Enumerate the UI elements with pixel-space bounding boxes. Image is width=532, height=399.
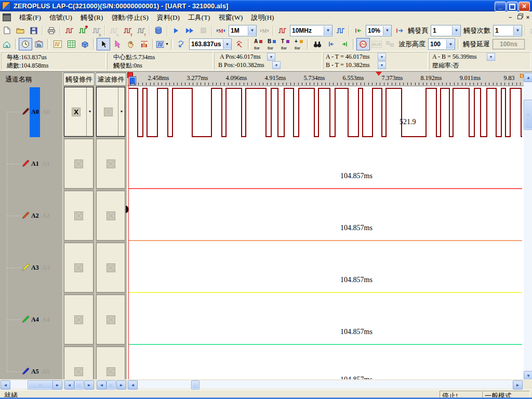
waveform-scroll-right[interactable]: ► bbox=[513, 380, 523, 390]
filter-dropdown-icon[interactable]: ▼ bbox=[118, 87, 125, 136]
time-per-div-combo[interactable]: 163.837us▼ bbox=[189, 38, 232, 50]
dont-care-icon[interactable] bbox=[107, 367, 115, 376]
a-bar-set-button[interactable]: ABar bbox=[251, 38, 265, 50]
filter-scroll-thumb[interactable]: || bbox=[107, 380, 116, 390]
dont-care-icon[interactable] bbox=[74, 211, 83, 220]
channel-row-A5[interactable]: A5A5 bbox=[0, 345, 62, 379]
menu-item-7[interactable]: 說明(H) bbox=[247, 11, 278, 24]
internal-clock-button[interactable] bbox=[275, 24, 289, 37]
filter-cell-A2[interactable] bbox=[96, 190, 126, 242]
time-per-div-dropdown-icon[interactable]: ▼ bbox=[223, 39, 231, 49]
maximize-button[interactable] bbox=[507, 2, 518, 11]
filter-hscrollbar[interactable]: ◄ || ► bbox=[97, 380, 126, 389]
trigger-page-dropdown-icon[interactable]: ▼ bbox=[452, 26, 460, 35]
goto-trigger-button[interactable] bbox=[393, 24, 406, 37]
mdi-close-button[interactable]: × bbox=[524, 14, 532, 21]
goto-next-edge-button[interactable] bbox=[338, 38, 351, 50]
channel-row-A3[interactable]: A3A3 bbox=[0, 242, 62, 294]
navigator-window-button[interactable] bbox=[78, 38, 91, 50]
trigger-cell-A4[interactable] bbox=[63, 294, 95, 345]
t-bar-set-button[interactable]: TBar bbox=[278, 38, 292, 50]
channel-pen-icon[interactable] bbox=[22, 263, 30, 273]
sampling-setup-button[interactable] bbox=[62, 24, 76, 37]
menu-item-6[interactable]: 視窗(W) bbox=[214, 11, 247, 24]
waveform-hscrollbar[interactable]: ◄ ► bbox=[128, 380, 523, 389]
zoom-to-fit-button[interactable] bbox=[175, 38, 188, 50]
width-trigger-button[interactable]: T bbox=[134, 24, 148, 37]
new-file-button[interactable] bbox=[0, 24, 14, 37]
listing-window-button[interactable] bbox=[64, 38, 78, 50]
hand-tool-button[interactable] bbox=[124, 38, 137, 50]
waveform-scroll-left[interactable]: ◄ bbox=[128, 380, 138, 390]
dont-care-icon[interactable] bbox=[74, 263, 83, 272]
filter-property-button[interactable]: E bbox=[89, 24, 103, 37]
waveform-window-button[interactable] bbox=[51, 38, 64, 50]
pointer-tool-button[interactable] bbox=[97, 38, 110, 50]
trigger-scroll-right[interactable]: ► bbox=[84, 380, 94, 390]
filter-cell-A0[interactable]: ▼ bbox=[96, 86, 126, 138]
names-scroll-left[interactable]: ◄ bbox=[1, 380, 10, 390]
trigger-scroll-left[interactable]: ◄ bbox=[64, 380, 74, 390]
menu-item-4[interactable]: 資料(D) bbox=[153, 11, 184, 24]
b-pos-dropdown[interactable]: ▼ bbox=[272, 61, 281, 69]
goto-prev-edge-button[interactable] bbox=[324, 38, 338, 50]
jump-to-trigger-button[interactable] bbox=[233, 38, 246, 50]
menu-item-0[interactable]: 檔案(F) bbox=[15, 11, 45, 24]
close-button[interactable]: ✕ bbox=[518, 2, 530, 11]
vertical-scroll-thumb[interactable]: ≡ bbox=[524, 100, 532, 130]
b-bar-set-button[interactable]: BBar bbox=[265, 38, 278, 50]
channel-name[interactable]: A4 bbox=[31, 316, 39, 324]
display-range-left-button[interactable] bbox=[351, 24, 365, 37]
channel-pen-icon[interactable] bbox=[22, 211, 30, 221]
names-scroll-right[interactable]: ► bbox=[52, 380, 62, 390]
trigger-hscrollbar[interactable]: ◄ || ► bbox=[64, 380, 94, 389]
channel-name[interactable]: A1 bbox=[31, 160, 39, 168]
sample-rate-dropdown-icon[interactable]: ▼ bbox=[324, 26, 332, 35]
minimize-button[interactable]: _ bbox=[495, 2, 506, 11]
trigger-scroll-thumb[interactable]: || bbox=[74, 380, 84, 390]
a-pos-dropdown[interactable]: ▼ bbox=[267, 53, 275, 61]
mdi-minimize-button[interactable]: – bbox=[506, 14, 514, 21]
external-clock-button[interactable] bbox=[334, 24, 347, 37]
trigger-count-combo[interactable]: 1▼ bbox=[493, 25, 522, 36]
waveform-canvas[interactable] bbox=[127, 86, 524, 379]
menu-item-1[interactable]: 信號(U) bbox=[45, 11, 76, 24]
trigger-count-dropdown-icon[interactable]: ▼ bbox=[513, 26, 522, 35]
waveform-scroll-thumb[interactable] bbox=[191, 380, 200, 390]
trigger-cell-A3[interactable] bbox=[63, 242, 95, 294]
b-t-dropdown[interactable]: ▼ bbox=[378, 61, 386, 69]
dont-care-icon[interactable] bbox=[104, 108, 113, 116]
wave-height-combo[interactable]: 100▼ bbox=[428, 38, 455, 50]
channel-row-A1[interactable]: A1A1 bbox=[0, 138, 62, 190]
dont-care-icon[interactable] bbox=[107, 159, 115, 168]
sample-depth-dropdown-icon[interactable]: ▼ bbox=[248, 26, 256, 35]
channel-pen-icon[interactable] bbox=[22, 315, 30, 325]
menu-item-3[interactable]: 啓動/停止(S) bbox=[107, 11, 153, 24]
wave-display-mode-button[interactable]: ▼ bbox=[156, 38, 169, 50]
vertical-scrollbar[interactable]: ▲ ≡ ▼ bbox=[524, 73, 532, 379]
trigger-cell-A1[interactable] bbox=[63, 138, 95, 190]
open-file-button[interactable] bbox=[14, 24, 27, 37]
channel-name[interactable]: A5 bbox=[31, 368, 39, 376]
home-view-button[interactable]: N bbox=[0, 38, 14, 50]
names-scroll-thumb[interactable]: ||| bbox=[28, 380, 54, 390]
channel-name[interactable]: A3 bbox=[31, 264, 39, 272]
select-tool-button[interactable] bbox=[110, 38, 124, 50]
document-icon[interactable] bbox=[3, 14, 11, 21]
trigger-position-marker[interactable] bbox=[376, 72, 382, 76]
analyzer-settings-button[interactable] bbox=[152, 24, 165, 37]
channel-pen-icon[interactable] bbox=[22, 108, 30, 117]
dont-care-icon[interactable] bbox=[74, 159, 83, 168]
channel-name[interactable]: A0 bbox=[31, 108, 39, 116]
dont-care-icon[interactable] bbox=[74, 367, 83, 376]
filter-cell-A5[interactable] bbox=[96, 345, 126, 379]
trigger-dropdown-icon[interactable]: ▼ bbox=[86, 87, 93, 136]
filter-cell-A3[interactable] bbox=[96, 242, 126, 294]
wave-height-dropdown-icon[interactable]: ▼ bbox=[446, 39, 455, 49]
menu-item-5[interactable]: 工具(T) bbox=[184, 11, 215, 24]
trigger-cell-A5[interactable] bbox=[63, 345, 95, 379]
a-t-dropdown[interactable]: ▼ bbox=[378, 53, 386, 61]
names-hscrollbar[interactable]: ◄ ||| ► bbox=[1, 380, 62, 389]
filter-cell-A1[interactable] bbox=[96, 138, 126, 190]
bar-analysis-button[interactable] bbox=[137, 38, 151, 50]
